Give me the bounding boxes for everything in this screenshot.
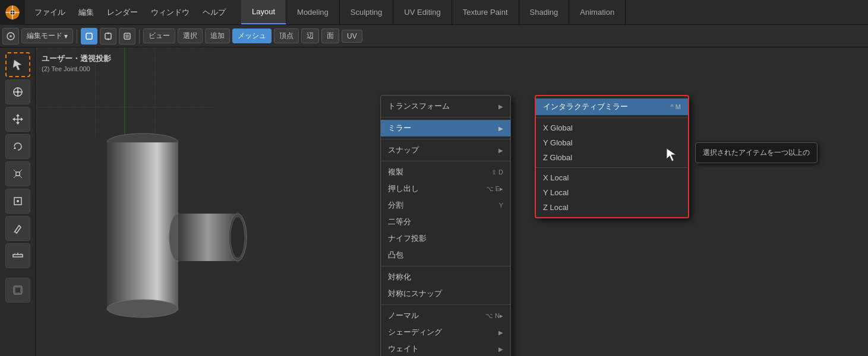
- tab-shading[interactable]: Shading: [519, 0, 570, 24]
- sidebar-tool-move[interactable]: [5, 107, 30, 132]
- svg-marker-23: [21, 117, 23, 121]
- tab-uv-editing[interactable]: UV Editing: [393, 0, 452, 24]
- tab-modeling[interactable]: Modeling: [286, 0, 340, 24]
- tab-layout[interactable]: Layout: [241, 0, 286, 24]
- mesh-menu-btn[interactable]: メッシュ: [232, 28, 272, 43]
- svg-rect-12: [125, 34, 129, 38]
- mesh-menu-item-knife-project[interactable]: ナイフ投影: [381, 230, 510, 247]
- transform-arrow-icon: ▶: [498, 103, 503, 110]
- svg-marker-24: [14, 147, 16, 149]
- sidebar-tool-select[interactable]: [5, 52, 30, 77]
- mirror-x-global[interactable]: X Global: [536, 120, 688, 135]
- mesh-menu-item-shading[interactable]: シェーディング ▶: [381, 324, 510, 341]
- svg-point-49: [231, 217, 245, 258]
- window-menu[interactable]: ウィンドウ: [145, 5, 195, 20]
- svg-line-26: [14, 170, 16, 172]
- mesh-menu-item-transform[interactable]: トランスフォーム ▶: [381, 98, 510, 115]
- mirror-interactive-label: インタラクティブミラー: [543, 101, 628, 112]
- tab-texture-paint[interactable]: Texture Paint: [452, 0, 519, 24]
- vertex-menu-btn[interactable]: 頂点: [274, 28, 299, 43]
- sidebar-tool-annotate[interactable]: [5, 216, 30, 241]
- svg-point-31: [17, 200, 19, 202]
- mesh-menu-item-duplicate-label: 複製: [388, 167, 403, 177]
- edge-select-icon[interactable]: [100, 28, 116, 44]
- mesh-menu-item-convex-label: 凸包: [388, 250, 403, 260]
- edge-menu-btn[interactable]: 辺: [301, 28, 319, 43]
- mesh-menu-item-normals-label: ノーマル: [388, 310, 419, 321]
- blender-logo: [0, 0, 25, 25]
- mesh-menu-item-convex-hull[interactable]: 凸包: [381, 247, 510, 263]
- separator-1: [77, 29, 77, 43]
- divider-4: [381, 266, 510, 266]
- view-menu-btn[interactable]: ビュー: [143, 28, 175, 43]
- svg-point-9: [108, 32, 109, 34]
- svg-rect-38: [15, 288, 20, 293]
- tooltip-box: 選択されたアイテムを一つ以上の: [695, 142, 818, 163]
- mirror-z-global[interactable]: Z Global: [536, 150, 688, 165]
- dropdown-arrow-icon: ▾: [64, 32, 68, 40]
- uv-menu-btn[interactable]: UV: [342, 30, 362, 43]
- mesh-menu-item-weights[interactable]: ウェイト ▶: [381, 341, 510, 356]
- viewport-mode-icon[interactable]: [2, 28, 19, 44]
- sidebar-tool-measure[interactable]: [5, 243, 30, 268]
- duplicate-shortcut: ⇧ D: [491, 169, 503, 176]
- sidebar-tool-cursor[interactable]: [5, 80, 30, 104]
- sidebar-tool-scale[interactable]: [5, 161, 30, 186]
- mesh-menu-item-mirror[interactable]: ミラー ▶: [381, 120, 510, 136]
- mirror-x-global-label: X Global: [543, 123, 573, 132]
- mesh-menu-item-bisect[interactable]: 二等分: [381, 214, 510, 230]
- mesh-menu-item-snap-symmetry[interactable]: 対称にスナップ: [381, 285, 510, 302]
- svg-line-27: [20, 170, 22, 172]
- render-menu[interactable]: レンダー: [101, 5, 144, 20]
- viewport-info: ユーザー・透視投影 (2) Tee Joint.000: [42, 53, 111, 72]
- mirror-z-global-label: Z Global: [543, 153, 572, 162]
- mirror-interactive[interactable]: インタラクティブミラー ^ M: [536, 98, 688, 115]
- file-menu[interactable]: ファイル: [29, 5, 71, 20]
- mirror-x-local[interactable]: X Local: [536, 170, 688, 185]
- edit-menu[interactable]: 編集: [72, 5, 100, 20]
- mesh-menu-item-split[interactable]: 分割 Y: [381, 197, 510, 214]
- edit-mode-dropdown[interactable]: 編集モード ▾: [21, 28, 73, 43]
- mirror-divider-2: [536, 167, 688, 168]
- sidebar-tool-add[interactable]: [5, 278, 30, 303]
- second-toolbar: 編集モード ▾ ビュー 選択 追加 メッシュ 頂点 辺 面 UV: [0, 25, 868, 47]
- tab-animation[interactable]: Animation: [569, 0, 626, 24]
- viewport-object-name: (2) Tee Joint.000: [42, 65, 111, 72]
- weights-arrow-icon: ▶: [498, 346, 503, 352]
- sidebar-tool-transform[interactable]: [5, 189, 30, 214]
- vertex-select-icon[interactable]: [81, 28, 97, 44]
- tab-sculpting[interactable]: Sculpting: [340, 0, 393, 24]
- mesh-menu-item-symmetrize-label: 対称化: [388, 272, 411, 282]
- mesh-menu-item-duplicate[interactable]: 複製 ⇧ D: [381, 164, 510, 180]
- svg-point-6: [10, 35, 12, 37]
- mesh-menu-item-snap-label: スナップ: [388, 145, 419, 155]
- face-select-icon[interactable]: [119, 28, 135, 44]
- mirror-y-local[interactable]: Y Local: [536, 185, 688, 200]
- mesh-menu-item-extrude[interactable]: 押し出し ⌥ E▸: [381, 180, 510, 197]
- sidebar-tool-rotate[interactable]: [5, 134, 30, 159]
- face-menu-btn[interactable]: 面: [321, 28, 339, 43]
- select-menu-btn[interactable]: 選択: [178, 28, 203, 43]
- 3d-object: [71, 95, 273, 344]
- mesh-menu-item-snap[interactable]: スナップ ▶: [381, 142, 510, 158]
- viewport[interactable]: ユーザー・透視投影 (2) Tee Joint.000: [36, 47, 868, 356]
- mesh-menu-item-shading-label: シェーディング: [388, 327, 442, 338]
- mesh-menu-item-symmetrize[interactable]: 対称化: [381, 269, 510, 285]
- svg-line-32: [14, 231, 15, 233]
- divider-2: [381, 139, 510, 139]
- svg-point-17: [17, 91, 19, 93]
- mirror-y-global[interactable]: Y Global: [536, 135, 688, 150]
- mesh-menu-item-extrude-label: 押し出し: [388, 183, 419, 194]
- shading-arrow-icon: ▶: [498, 329, 503, 336]
- svg-marker-20: [16, 114, 20, 116]
- snap-arrow-icon: ▶: [498, 147, 503, 154]
- add-menu-btn[interactable]: 追加: [205, 28, 230, 43]
- help-menu[interactable]: ヘルプ: [197, 5, 232, 20]
- mirror-z-local[interactable]: Z Local: [536, 200, 688, 215]
- mirror-x-local-label: X Local: [543, 173, 569, 182]
- svg-marker-21: [16, 122, 20, 125]
- divider-1: [381, 117, 510, 117]
- mesh-menu-item-weights-label: ウェイト: [388, 344, 419, 354]
- mesh-menu-item-normals[interactable]: ノーマル ⌥ N▸: [381, 307, 510, 324]
- file-menu-group: ファイル 編集 レンダー ウィンドウ ヘルプ: [25, 0, 235, 24]
